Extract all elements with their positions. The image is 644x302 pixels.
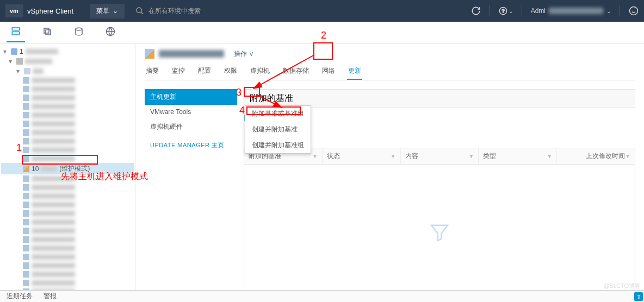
tree-host[interactable] <box>1 183 134 192</box>
svg-rect-9 <box>44 28 49 33</box>
tree-host[interactable] <box>1 85 134 93</box>
attach-dropdown-menu: 附加基准或基准组 创建并附加基准 创建并附加基准组 <box>245 105 311 154</box>
svg-point-0 <box>137 8 141 12</box>
recent-tasks-tab[interactable]: 近期任务 <box>7 292 33 301</box>
svg-rect-8 <box>12 32 20 34</box>
tab-monitor[interactable]: 监控 <box>171 63 186 80</box>
filter-icon[interactable]: ▼ <box>625 153 630 159</box>
alarms-tab[interactable]: 警报 <box>44 292 57 301</box>
tree-host[interactable] <box>1 226 134 235</box>
tree-host[interactable] <box>1 111 134 119</box>
chevron-down-icon: ⌄ <box>606 8 611 14</box>
networking-icon[interactable] <box>101 23 120 42</box>
funnel-icon <box>429 222 450 243</box>
storage-icon[interactable] <box>70 23 88 42</box>
host-maintenance-icon <box>145 49 154 59</box>
actions-dropdown[interactable]: 操作 ∨ <box>234 49 254 59</box>
user-prefix: Admi <box>531 7 546 15</box>
watermark: @51CTO博客 <box>604 282 641 290</box>
tree-host[interactable] <box>1 192 134 200</box>
tree-host[interactable] <box>1 279 134 287</box>
tree-host[interactable] <box>1 235 134 244</box>
tree-cluster[interactable]: ▾ <box>1 66 134 76</box>
tree-host[interactable] <box>1 261 134 270</box>
tree-host[interactable] <box>1 146 134 154</box>
tab-updates[interactable]: 更新 <box>347 63 362 80</box>
tree-host[interactable] <box>1 253 134 261</box>
col-type[interactable]: 类型▼ <box>479 148 557 164</box>
user-menu[interactable]: Admi ⌄ <box>531 7 611 15</box>
header-right: ? ⌄ Admi ⌄ <box>471 5 639 16</box>
col-content[interactable]: 内容▼ <box>401 148 479 164</box>
svg-point-4 <box>630 7 638 15</box>
dd-create-attach-baseline[interactable]: 创建并附加基准 <box>245 122 311 137</box>
svg-text:?: ? <box>501 8 504 14</box>
vms-templates-icon[interactable] <box>38 23 57 42</box>
vmware-logo: vm <box>5 4 23 17</box>
tree-host[interactable] <box>1 218 134 226</box>
tree-host[interactable] <box>1 200 134 209</box>
host-title-row: 操作 ∨ <box>145 49 635 59</box>
tree-host[interactable] <box>1 119 134 128</box>
dd-create-attach-group[interactable]: 创建并附加基准组 <box>245 137 311 153</box>
content-pane: 操作 ∨ 摘要 监控 配置 权限 虚拟机 数据存储 网络 更新 主机更新 VMw… <box>136 43 644 292</box>
tree-host[interactable] <box>1 93 134 102</box>
dd-attach-baseline[interactable]: 附加基准或基准组 <box>245 106 311 122</box>
svg-point-11 <box>76 28 82 30</box>
chevron-down-icon: ⌄ <box>113 7 118 15</box>
tree-datacenter[interactable]: ▾ <box>1 56 134 66</box>
inventory-tree[interactable]: ▾1 ▾ ▾ 10 (维护模式) <box>0 43 136 292</box>
bottom-tasks-bar: 近期任务 警报 <box>0 290 644 302</box>
menu-host-updates[interactable]: 主机更新 <box>145 89 237 105</box>
user-blur <box>549 8 603 14</box>
tab-permissions[interactable]: 权限 <box>223 63 238 80</box>
col-status[interactable]: 状态▼ <box>323 148 401 164</box>
tab-networks[interactable]: 网络 <box>321 63 336 80</box>
filter-icon[interactable]: ▼ <box>547 153 552 159</box>
main-area: ▾1 ▾ ▾ 10 (维护模式) <box>0 43 644 292</box>
inventory-tabs <box>0 22 644 43</box>
baselines-panel: 附加的基准 附加 ⌄ 转储 修复 附加基准或基准组 创建并附加基准 创建并附加基… <box>244 89 635 292</box>
tree-host[interactable] <box>1 76 134 85</box>
update-manager-home-link[interactable]: UPDATE MANAGER 主页 <box>145 135 237 156</box>
refresh-icon[interactable] <box>471 6 481 16</box>
svg-rect-10 <box>46 30 51 35</box>
global-search[interactable]: 在所有环境中搜索 <box>135 7 201 16</box>
tree-host[interactable] <box>1 270 134 279</box>
col-modified[interactable]: 上次修改时间▼ <box>557 148 635 164</box>
tree-host[interactable] <box>1 154 134 163</box>
menu-vmware-tools[interactable]: VMware Tools <box>145 105 237 119</box>
host-name-blur <box>159 50 224 58</box>
tree-host[interactable] <box>1 137 134 146</box>
tree-host[interactable] <box>1 209 134 218</box>
filter-icon[interactable]: ▼ <box>312 153 318 159</box>
smiley-icon[interactable] <box>629 6 639 16</box>
tab-vms[interactable]: 虚拟机 <box>249 63 271 80</box>
update-content: 主机更新 VMware Tools 虚拟机硬件 UPDATE MANAGER 主… <box>145 89 635 292</box>
tab-summary[interactable]: 摘要 <box>145 63 160 80</box>
detail-tabs: 摘要 监控 配置 权限 虚拟机 数据存储 网络 更新 <box>145 63 635 80</box>
menu-button[interactable]: 菜单 ⌄ <box>90 4 125 18</box>
filter-icon[interactable]: ▼ <box>391 153 396 159</box>
filter-icon[interactable]: ▼ <box>468 153 474 159</box>
update-side-menu: 主机更新 VMware Tools 虚拟机硬件 UPDATE MANAGER 主… <box>145 89 237 292</box>
hosts-clusters-icon[interactable] <box>7 23 25 42</box>
host-maintenance-icon <box>23 166 29 172</box>
tree-host[interactable] <box>1 128 134 137</box>
svg-rect-7 <box>12 28 20 30</box>
scroll-top-button[interactable]: ⇧ <box>634 292 643 301</box>
search-icon <box>135 7 144 15</box>
top-header: vm vSphere Client 菜单 ⌄ 在所有环境中搜索 ? ⌄ Admi… <box>0 0 644 22</box>
help-icon[interactable]: ? ⌄ <box>499 7 513 15</box>
tree-vcenter[interactable]: ▾1 <box>1 47 134 56</box>
grid-body-empty <box>244 165 635 292</box>
annotation-text: 先将主机进入维护模式 <box>61 171 148 183</box>
app-name: vSphere Client <box>27 7 73 15</box>
search-placeholder: 在所有环境中搜索 <box>148 7 201 16</box>
menu-vm-hardware[interactable]: 虚拟机硬件 <box>145 119 237 135</box>
tree-host[interactable] <box>1 244 134 253</box>
tab-configure[interactable]: 配置 <box>197 63 212 80</box>
tree-host[interactable] <box>1 102 134 111</box>
svg-line-1 <box>141 12 143 14</box>
tab-datastores[interactable]: 数据存储 <box>282 63 310 80</box>
